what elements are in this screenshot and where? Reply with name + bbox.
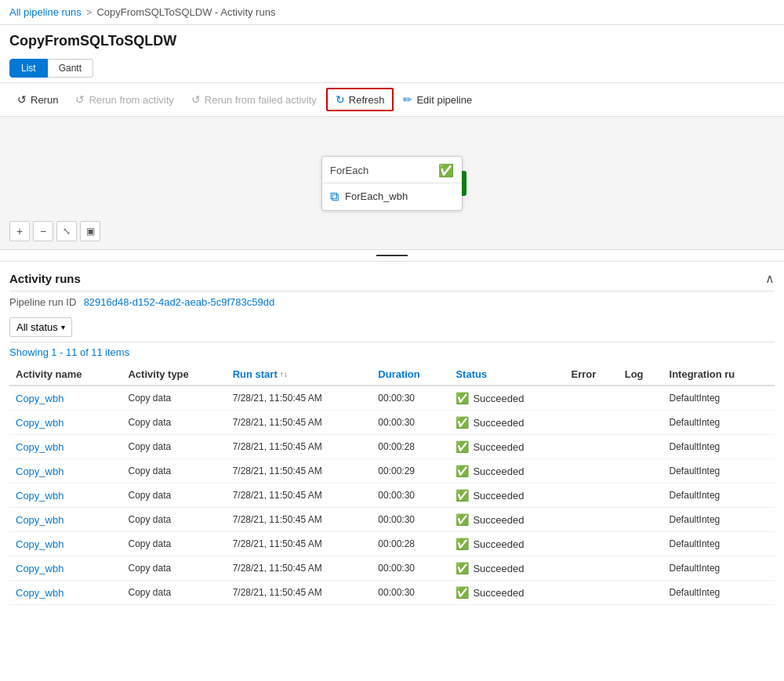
rerun-from-activity-button[interactable]: ↺ Rerun from activity: [67, 89, 181, 110]
table-row[interactable]: Copy_wbh Copy data 7/28/21, 11:50:45 AM …: [9, 459, 775, 484]
status-succeeded-icon: ✅: [456, 465, 469, 477]
table-row[interactable]: Copy_wbh Copy data 7/28/21, 11:50:45 AM …: [9, 508, 775, 532]
table-row[interactable]: Copy_wbh Copy data 7/28/21, 11:50:45 AM …: [9, 484, 775, 508]
foreach-header-icons: ✅: [438, 163, 454, 178]
table-row[interactable]: Copy_wbh Copy data 7/28/21, 11:50:45 AM …: [9, 386, 775, 411]
diagram-controls: + − ⤡ ▣: [9, 221, 100, 241]
refresh-icon: ↻: [336, 93, 345, 106]
status-succeeded-icon: ✅: [456, 562, 469, 574]
showing-count: 11: [91, 346, 102, 358]
cell-activity-name[interactable]: Copy_wbh: [9, 435, 122, 459]
pipeline-run-id-row: Pipeline run ID 82916d48-d152-4ad2-aeab-…: [9, 292, 775, 313]
activity-name-link[interactable]: Copy_wbh: [16, 563, 64, 574]
col-activity-type[interactable]: Activity type: [122, 362, 226, 386]
cell-activity-name[interactable]: Copy_wbh: [9, 484, 122, 508]
cell-activity-name[interactable]: Copy_wbh: [9, 556, 122, 581]
cell-duration: 00:00:30: [372, 386, 449, 411]
activity-name-link[interactable]: Copy_wbh: [16, 514, 64, 526]
col-duration[interactable]: Duration: [372, 362, 449, 386]
cell-activity-name[interactable]: Copy_wbh: [9, 508, 122, 532]
cell-integration-runtime: DefaultInteg: [663, 386, 775, 411]
cell-run-start: 7/28/21, 11:50:45 AM: [227, 459, 372, 484]
rerun-from-activity-icon: ↺: [75, 93, 85, 106]
diagram-area: ForEach ✅ ⧉ ForEach_wbh + − ⤡ ▣: [0, 117, 784, 250]
activity-name-link[interactable]: Copy_wbh: [16, 393, 64, 404]
activity-name-link[interactable]: Copy_wbh: [16, 587, 64, 599]
table-row[interactable]: Copy_wbh Copy data 7/28/21, 11:50:45 AM …: [9, 532, 775, 556]
cell-status: ✅ Succeeded: [449, 532, 564, 556]
cell-status: ✅ Succeeded: [449, 386, 564, 411]
cell-activity-name[interactable]: Copy_wbh: [9, 581, 122, 605]
collapse-button[interactable]: ∧: [765, 271, 775, 286]
cell-activity-type: Copy data: [122, 386, 226, 411]
zoom-in-button[interactable]: +: [9, 221, 30, 241]
foreach-body: ⧉ ForEach_wbh: [322, 183, 462, 210]
status-label: Succeeded: [473, 538, 524, 550]
status-label: Succeeded: [473, 587, 524, 599]
activity-name-link[interactable]: Copy_wbh: [16, 417, 64, 429]
activity-name-link[interactable]: Copy_wbh: [16, 441, 64, 453]
cell-activity-name[interactable]: Copy_wbh: [9, 411, 122, 435]
status-label: Succeeded: [473, 465, 524, 477]
cell-activity-name[interactable]: Copy_wbh: [9, 459, 122, 484]
pipeline-run-id-link[interactable]: 82916d48-d152-4ad2-aeab-5c9f783c59dd: [84, 296, 275, 308]
cell-duration: 00:00:30: [372, 581, 449, 605]
cell-error: [565, 484, 619, 508]
cell-error: [565, 459, 619, 484]
all-pipeline-runs-link[interactable]: All pipeline runs: [9, 6, 82, 18]
rerun-from-activity-label: Rerun from activity: [89, 94, 173, 106]
toolbar: ↺ Rerun ↺ Rerun from activity ↺ Rerun fr…: [0, 82, 784, 117]
table-row[interactable]: Copy_wbh Copy data 7/28/21, 11:50:45 AM …: [9, 435, 775, 459]
activity-runs-header: Activity runs ∧: [9, 262, 775, 292]
col-integration-runtime[interactable]: Integration ru: [663, 362, 775, 386]
table-row[interactable]: Copy_wbh Copy data 7/28/21, 11:50:45 AM …: [9, 556, 775, 581]
cell-status: ✅ Succeeded: [449, 581, 564, 605]
cell-activity-name[interactable]: Copy_wbh: [9, 532, 122, 556]
cell-log: [619, 532, 663, 556]
col-error[interactable]: Error: [565, 362, 619, 386]
breadcrumb-separator: >: [86, 6, 93, 18]
breadcrumb-current: CopyFromSQLToSQLDW - Activity runs: [96, 6, 275, 18]
activity-name-link[interactable]: Copy_wbh: [16, 538, 64, 550]
gantt-view-button[interactable]: Gantt: [48, 59, 93, 78]
cell-error: [565, 435, 619, 459]
status-filter-button[interactable]: All status ▾: [9, 317, 72, 337]
cell-duration: 00:00:30: [372, 508, 449, 532]
cell-activity-type: Copy data: [122, 508, 226, 532]
foreach-success-checkmark: ✅: [438, 163, 454, 178]
table-row[interactable]: Copy_wbh Copy data 7/28/21, 11:50:45 AM …: [9, 411, 775, 435]
cell-log: [619, 386, 663, 411]
page-title: CopyFromSQLToSQLDW: [0, 25, 784, 54]
col-activity-name[interactable]: Activity name: [9, 362, 122, 386]
showing-prefix: Showing: [9, 346, 49, 358]
refresh-button[interactable]: ↻ Refresh: [326, 88, 394, 111]
showing-range: 1 - 11: [51, 346, 80, 358]
edit-pipeline-button[interactable]: ✏ Edit pipeline: [395, 89, 480, 110]
col-run-start[interactable]: Run start ↑↓: [227, 362, 372, 386]
activity-name-link[interactable]: Copy_wbh: [16, 465, 64, 477]
cell-run-start: 7/28/21, 11:50:45 AM: [227, 581, 372, 605]
fit-to-screen-button[interactable]: ⤡: [56, 221, 77, 241]
breadcrumb: All pipeline runs > CopyFromSQLToSQLDW -…: [0, 0, 784, 25]
rerun-button[interactable]: ↺ Rerun: [9, 89, 66, 110]
status-succeeded-icon: ✅: [456, 513, 469, 526]
frame-button[interactable]: ▣: [80, 221, 100, 241]
cell-activity-type: Copy data: [122, 459, 226, 484]
rerun-label: Rerun: [31, 94, 58, 106]
status-filter-label: All status: [16, 321, 58, 333]
col-status[interactable]: Status: [449, 362, 564, 386]
activity-name-link[interactable]: Copy_wbh: [16, 490, 64, 502]
zoom-out-button[interactable]: −: [33, 221, 53, 241]
col-log[interactable]: Log: [619, 362, 663, 386]
cell-activity-name[interactable]: Copy_wbh: [9, 386, 122, 411]
cell-error: [565, 508, 619, 532]
cell-duration: 00:00:28: [372, 532, 449, 556]
table-row[interactable]: Copy_wbh Copy data 7/28/21, 11:50:45 AM …: [9, 581, 775, 605]
foreach-activity-box[interactable]: ForEach ✅ ⧉ ForEach_wbh: [321, 156, 463, 211]
cell-log: [619, 435, 663, 459]
cell-error: [565, 386, 619, 411]
cell-integration-runtime: DefaultInteg: [663, 508, 775, 532]
list-view-button[interactable]: List: [9, 59, 48, 78]
rerun-from-failed-button[interactable]: ↺ Rerun from failed activity: [183, 89, 325, 110]
cell-activity-type: Copy data: [122, 556, 226, 581]
